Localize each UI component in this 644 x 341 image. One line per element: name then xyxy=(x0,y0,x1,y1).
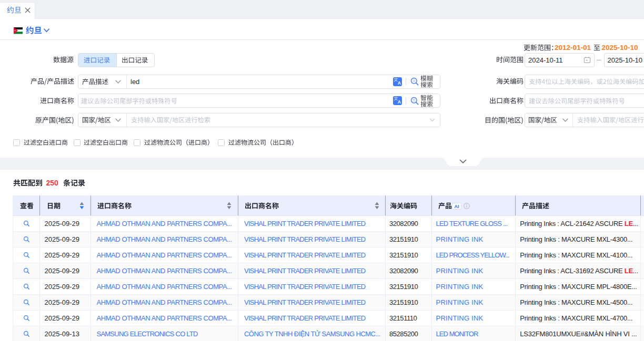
svg-text:A: A xyxy=(397,80,400,86)
svg-text:AI: AI xyxy=(454,203,459,209)
svg-text:A: A xyxy=(397,100,400,105)
